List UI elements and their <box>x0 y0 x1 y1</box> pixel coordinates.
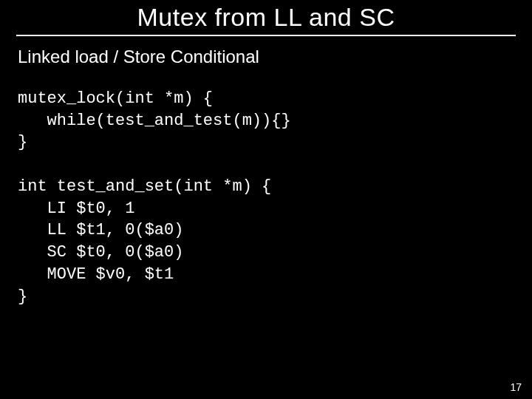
code-block-test-and-set: int test_and_set(int *m) { LI $t0, 1 LL … <box>18 176 514 307</box>
subheading: Linked load / Store Conditional <box>18 47 514 67</box>
page-number: 17 <box>510 381 522 393</box>
title-area: Mutex from LL and SC <box>0 0 532 35</box>
code-block-mutex-lock: mutex_lock(int *m) { while(test_and_test… <box>18 88 514 154</box>
slide-title: Mutex from LL and SC <box>133 3 400 35</box>
slide-body: Linked load / Store Conditional mutex_lo… <box>0 36 532 307</box>
slide: Mutex from LL and SC Linked load / Store… <box>0 0 532 399</box>
